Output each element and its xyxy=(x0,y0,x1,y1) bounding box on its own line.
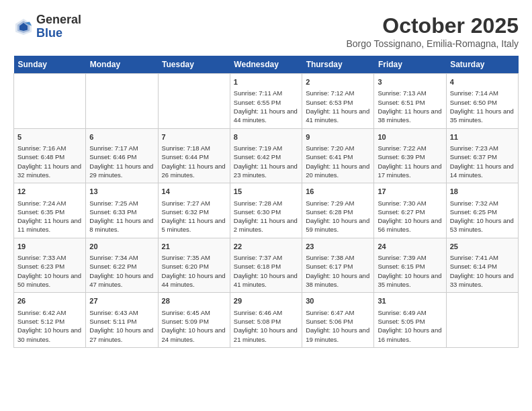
calendar-cell: 12Sunrise: 7:24 AM Sunset: 6:35 PM Dayli… xyxy=(14,183,86,238)
weekday-header-monday: Monday xyxy=(86,56,158,74)
weekday-header-tuesday: Tuesday xyxy=(158,56,230,74)
day-number: 24 xyxy=(378,242,442,252)
day-info: Sunrise: 6:49 AM Sunset: 5:05 PM Dayligh… xyxy=(378,308,442,344)
day-info: Sunrise: 7:41 AM Sunset: 6:14 PM Dayligh… xyxy=(450,253,515,289)
calendar-cell: 10Sunrise: 7:22 AM Sunset: 6:39 PM Dayli… xyxy=(374,128,446,183)
day-number: 9 xyxy=(306,132,370,142)
day-number: 30 xyxy=(306,296,370,306)
day-info: Sunrise: 6:42 AM Sunset: 5:12 PM Dayligh… xyxy=(17,308,82,344)
day-info: Sunrise: 7:19 AM Sunset: 6:42 PM Dayligh… xyxy=(234,144,298,179)
day-info: Sunrise: 7:35 AM Sunset: 6:20 PM Dayligh… xyxy=(162,253,226,289)
title-block: October 2025 Borgo Tossignano, Emilia-Ro… xyxy=(346,13,519,49)
calendar-cell: 17Sunrise: 7:30 AM Sunset: 6:27 PM Dayli… xyxy=(374,183,446,238)
day-info: Sunrise: 7:27 AM Sunset: 6:32 PM Dayligh… xyxy=(162,199,226,234)
calendar-cell: 31Sunrise: 6:49 AM Sunset: 5:05 PM Dayli… xyxy=(374,293,446,348)
calendar-cell xyxy=(446,293,518,348)
calendar-cell: 4Sunrise: 7:14 AM Sunset: 6:50 PM Daylig… xyxy=(446,74,518,129)
day-info: Sunrise: 7:39 AM Sunset: 6:15 PM Dayligh… xyxy=(378,253,442,289)
calendar-cell: 18Sunrise: 7:32 AM Sunset: 6:25 PM Dayli… xyxy=(446,183,518,238)
day-number: 18 xyxy=(450,187,515,197)
calendar-cell: 24Sunrise: 7:39 AM Sunset: 6:15 PM Dayli… xyxy=(374,238,446,293)
calendar-cell: 16Sunrise: 7:29 AM Sunset: 6:28 PM Dayli… xyxy=(302,183,374,238)
calendar-cell: 30Sunrise: 6:47 AM Sunset: 5:06 PM Dayli… xyxy=(302,293,374,348)
calendar-cell: 8Sunrise: 7:19 AM Sunset: 6:42 PM Daylig… xyxy=(230,128,302,183)
calendar-week-row: 1Sunrise: 7:11 AM Sunset: 6:55 PM Daylig… xyxy=(14,74,519,129)
calendar-cell: 14Sunrise: 7:27 AM Sunset: 6:32 PM Dayli… xyxy=(158,183,230,238)
calendar-week-row: 5Sunrise: 7:16 AM Sunset: 6:48 PM Daylig… xyxy=(14,128,519,183)
day-number: 3 xyxy=(378,77,442,87)
calendar-cell xyxy=(158,74,230,129)
day-number: 19 xyxy=(17,242,82,252)
day-info: Sunrise: 7:11 AM Sunset: 6:55 PM Dayligh… xyxy=(234,89,298,124)
day-info: Sunrise: 7:20 AM Sunset: 6:41 PM Dayligh… xyxy=(306,144,370,179)
day-info: Sunrise: 6:47 AM Sunset: 5:06 PM Dayligh… xyxy=(306,308,370,344)
day-number: 25 xyxy=(450,242,515,252)
calendar-cell: 21Sunrise: 7:35 AM Sunset: 6:20 PM Dayli… xyxy=(158,238,230,293)
weekday-header-friday: Friday xyxy=(374,56,446,74)
day-number: 8 xyxy=(234,132,298,142)
calendar-cell: 22Sunrise: 7:37 AM Sunset: 6:18 PM Dayli… xyxy=(230,238,302,293)
day-info: Sunrise: 7:38 AM Sunset: 6:17 PM Dayligh… xyxy=(306,253,370,289)
day-info: Sunrise: 7:13 AM Sunset: 6:51 PM Dayligh… xyxy=(378,89,442,124)
month-title: October 2025 xyxy=(346,13,519,38)
day-number: 10 xyxy=(378,132,442,142)
calendar-cell xyxy=(86,74,158,129)
calendar-cell: 3Sunrise: 7:13 AM Sunset: 6:51 PM Daylig… xyxy=(374,74,446,129)
calendar-cell: 26Sunrise: 6:42 AM Sunset: 5:12 PM Dayli… xyxy=(14,293,86,348)
calendar-cell: 15Sunrise: 7:28 AM Sunset: 6:30 PM Dayli… xyxy=(230,183,302,238)
day-info: Sunrise: 6:45 AM Sunset: 5:09 PM Dayligh… xyxy=(162,308,226,344)
day-info: Sunrise: 7:23 AM Sunset: 6:37 PM Dayligh… xyxy=(450,144,515,179)
calendar-cell: 19Sunrise: 7:33 AM Sunset: 6:23 PM Dayli… xyxy=(14,238,86,293)
day-number: 11 xyxy=(450,132,515,142)
day-info: Sunrise: 7:25 AM Sunset: 6:33 PM Dayligh… xyxy=(89,199,154,234)
day-info: Sunrise: 7:16 AM Sunset: 6:48 PM Dayligh… xyxy=(17,144,82,179)
day-info: Sunrise: 6:43 AM Sunset: 5:11 PM Dayligh… xyxy=(89,308,154,344)
logo-blue: Blue xyxy=(36,26,62,40)
day-info: Sunrise: 7:18 AM Sunset: 6:44 PM Dayligh… xyxy=(162,144,226,179)
weekday-header-saturday: Saturday xyxy=(446,56,518,74)
logo-text: General Blue xyxy=(36,13,81,40)
calendar-cell: 23Sunrise: 7:38 AM Sunset: 6:17 PM Dayli… xyxy=(302,238,374,293)
calendar-cell: 6Sunrise: 7:17 AM Sunset: 6:46 PM Daylig… xyxy=(86,128,158,183)
day-number: 13 xyxy=(89,187,154,197)
calendar-table: SundayMondayTuesdayWednesdayThursdayFrid… xyxy=(13,56,519,348)
logo-icon xyxy=(13,17,34,37)
day-info: Sunrise: 7:29 AM Sunset: 6:28 PM Dayligh… xyxy=(306,199,370,234)
calendar-cell: 7Sunrise: 7:18 AM Sunset: 6:44 PM Daylig… xyxy=(158,128,230,183)
day-number: 16 xyxy=(306,187,370,197)
day-info: Sunrise: 6:46 AM Sunset: 5:08 PM Dayligh… xyxy=(234,308,298,344)
day-number: 7 xyxy=(162,132,226,142)
calendar-cell: 11Sunrise: 7:23 AM Sunset: 6:37 PM Dayli… xyxy=(446,128,518,183)
page-header: General Blue October 2025 Borgo Tossigna… xyxy=(13,13,519,49)
calendar-cell: 28Sunrise: 6:45 AM Sunset: 5:09 PM Dayli… xyxy=(158,293,230,348)
weekday-header-thursday: Thursday xyxy=(302,56,374,74)
location-subtitle: Borgo Tossignano, Emilia-Romagna, Italy xyxy=(346,38,519,49)
day-number: 29 xyxy=(234,296,298,306)
day-info: Sunrise: 7:32 AM Sunset: 6:25 PM Dayligh… xyxy=(450,199,515,234)
day-number: 23 xyxy=(306,242,370,252)
day-number: 26 xyxy=(17,296,82,306)
calendar-cell: 13Sunrise: 7:25 AM Sunset: 6:33 PM Dayli… xyxy=(86,183,158,238)
day-number: 12 xyxy=(17,187,82,197)
weekday-header-row: SundayMondayTuesdayWednesdayThursdayFrid… xyxy=(14,56,519,74)
day-info: Sunrise: 7:30 AM Sunset: 6:27 PM Dayligh… xyxy=(378,199,442,234)
day-number: 21 xyxy=(162,242,226,252)
calendar-cell: 2Sunrise: 7:12 AM Sunset: 6:53 PM Daylig… xyxy=(302,74,374,129)
day-number: 22 xyxy=(234,242,298,252)
day-number: 28 xyxy=(162,296,226,306)
logo: General Blue xyxy=(13,13,81,40)
calendar-cell: 27Sunrise: 6:43 AM Sunset: 5:11 PM Dayli… xyxy=(86,293,158,348)
day-info: Sunrise: 7:14 AM Sunset: 6:50 PM Dayligh… xyxy=(450,89,515,124)
calendar-cell: 25Sunrise: 7:41 AM Sunset: 6:14 PM Dayli… xyxy=(446,238,518,293)
day-number: 1 xyxy=(234,77,298,87)
day-number: 6 xyxy=(89,132,154,142)
day-info: Sunrise: 7:34 AM Sunset: 6:22 PM Dayligh… xyxy=(89,253,154,289)
calendar-cell xyxy=(14,74,86,129)
day-number: 2 xyxy=(306,77,370,87)
calendar-week-row: 26Sunrise: 6:42 AM Sunset: 5:12 PM Dayli… xyxy=(14,293,519,348)
day-info: Sunrise: 7:24 AM Sunset: 6:35 PM Dayligh… xyxy=(17,199,82,234)
day-number: 20 xyxy=(89,242,154,252)
day-number: 4 xyxy=(450,77,515,87)
calendar-cell: 29Sunrise: 6:46 AM Sunset: 5:08 PM Dayli… xyxy=(230,293,302,348)
day-info: Sunrise: 7:17 AM Sunset: 6:46 PM Dayligh… xyxy=(89,144,154,179)
